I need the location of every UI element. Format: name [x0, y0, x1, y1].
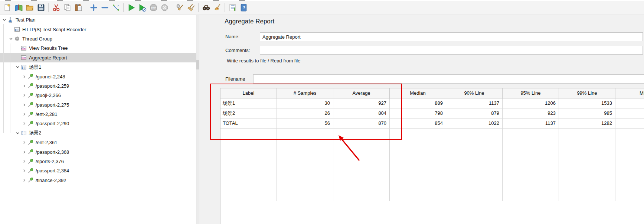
- chevron-right-icon[interactable]: [21, 169, 27, 173]
- tree-item[interactable]: 场景1: [0, 62, 196, 72]
- chevron-right-icon[interactable]: [21, 140, 27, 145]
- cut-button[interactable]: [51, 3, 61, 13]
- empty-grid-cell: [559, 129, 615, 201]
- thread-group-icon: [14, 36, 21, 42]
- tree-item[interactable]: /guonei-2,248: [0, 72, 196, 81]
- sampler-icon: [27, 121, 34, 127]
- menu-text-remnant: [31, 0, 37, 1]
- function-helper-button[interactable]: [227, 3, 238, 13]
- table-cell: 879: [446, 108, 503, 118]
- toggle-button[interactable]: [111, 3, 121, 13]
- chevron-right-icon[interactable]: [21, 159, 27, 164]
- menu-text-remnant: [213, 0, 219, 1]
- empty-grid-cell: [446, 129, 503, 201]
- panel-splitter[interactable]: [196, 15, 199, 224]
- name-input[interactable]: [260, 32, 643, 41]
- tree-item-label: /passport-2,290: [34, 121, 69, 126]
- column-header[interactable]: Label: [220, 88, 277, 98]
- empty-grid-cell: [333, 129, 390, 201]
- chevron-down-icon[interactable]: [14, 131, 21, 135]
- chevron-down-icon[interactable]: [1, 18, 7, 22]
- table-cell: 30: [277, 98, 333, 108]
- templates-icon: [14, 3, 23, 12]
- expand-all-button[interactable]: [88, 3, 99, 13]
- tree-item-label: Aggregate Report: [27, 55, 67, 61]
- column-header[interactable]: Average: [333, 88, 390, 98]
- stop-button[interactable]: STOP: [148, 3, 158, 13]
- start-button[interactable]: [126, 3, 136, 13]
- copy-icon: [63, 3, 72, 12]
- chevron-right-icon[interactable]: [21, 84, 27, 88]
- tree-item[interactable]: /finance-2,392: [0, 176, 196, 185]
- chevron-right-icon[interactable]: [21, 150, 27, 154]
- chevron-right-icon[interactable]: [21, 121, 27, 126]
- column-header[interactable]: Median: [390, 88, 446, 98]
- column-header[interactable]: # Samples: [277, 88, 333, 98]
- chevron-right-icon[interactable]: [21, 112, 27, 117]
- search-icon: [202, 3, 210, 12]
- save-button[interactable]: [36, 3, 46, 13]
- column-header[interactable]: 95% Line: [503, 88, 559, 98]
- tree-item[interactable]: /passport-2,368: [0, 147, 196, 156]
- chevron-down-icon[interactable]: [7, 36, 14, 41]
- tree-item-label: /ent-2,281: [34, 111, 58, 117]
- table-row[interactable]: 场景226804798879923985: [220, 108, 644, 119]
- save-icon: [37, 3, 45, 12]
- open-file-icon: [26, 3, 34, 12]
- start-no-pauses-button[interactable]: [137, 3, 147, 13]
- tree-item[interactable]: /passport-2,259: [0, 81, 196, 91]
- tree-item[interactable]: /sports-2,376: [0, 157, 196, 166]
- tree-item-label: /ent-2,361: [34, 140, 58, 145]
- table-cell: 854: [390, 119, 446, 128]
- tree-item[interactable]: Thread Group: [0, 34, 196, 43]
- clear-button[interactable]: [174, 3, 185, 13]
- table-row[interactable]: TOTAL56870854102211371282: [220, 119, 644, 129]
- table-cell: 923: [503, 108, 559, 118]
- new-file-button[interactable]: [2, 3, 13, 13]
- table-cell: 26: [277, 108, 333, 118]
- table-row[interactable]: 场景130927889113712061533: [220, 98, 644, 108]
- table-cell: 985: [559, 108, 615, 118]
- open-file-button[interactable]: [24, 3, 35, 13]
- comments-input[interactable]: [260, 46, 643, 55]
- tree-item[interactable]: /ent-2,281: [0, 110, 196, 119]
- tree-item[interactable]: /passport-2,290: [0, 119, 196, 128]
- templates-button[interactable]: [13, 3, 24, 13]
- search-reset-button[interactable]: [212, 3, 222, 13]
- filename-input[interactable]: [253, 74, 644, 84]
- help-button[interactable]: ?: [238, 3, 249, 13]
- table-cell: [615, 108, 644, 118]
- sampler-icon: [27, 168, 34, 174]
- chevron-right-icon[interactable]: [21, 74, 27, 79]
- chevron-down-icon[interactable]: [14, 65, 21, 69]
- tree-item[interactable]: Aggregate Report: [0, 53, 196, 62]
- chevron-right-icon[interactable]: [21, 93, 27, 98]
- tree-item[interactable]: 场景2: [0, 129, 196, 138]
- sampler-icon: [27, 92, 34, 98]
- tree-item[interactable]: Test Plan: [0, 15, 196, 25]
- tree-item-label: /passport-2,275: [34, 102, 69, 108]
- sampler-icon: [27, 111, 34, 117]
- splitter-grip[interactable]: [196, 60, 199, 69]
- chevron-right-icon[interactable]: [21, 178, 27, 182]
- tree-item[interactable]: /guoji-2,266: [0, 91, 196, 100]
- copy-button[interactable]: [62, 3, 72, 13]
- search-button[interactable]: [201, 3, 211, 13]
- collapse-all-button[interactable]: [99, 3, 110, 13]
- clear-all-button[interactable]: [186, 3, 196, 13]
- paste-button[interactable]: [73, 3, 84, 13]
- comments-label: Comments:: [225, 48, 250, 53]
- chevron-right-icon[interactable]: [21, 103, 27, 107]
- column-header[interactable]: 90% Line: [446, 88, 503, 98]
- tree-item[interactable]: /passport-2,384: [0, 166, 196, 175]
- tree-item[interactable]: View Results Tree: [0, 43, 196, 53]
- shutdown-button[interactable]: [159, 3, 170, 13]
- column-header[interactable]: Min: [615, 88, 644, 98]
- column-header[interactable]: 99% Line: [559, 88, 615, 98]
- test-plan-tree[interactable]: Test PlanHTTP(S) Test Script RecorderThr…: [0, 15, 196, 224]
- tree-item[interactable]: /passport-2,275: [0, 100, 196, 110]
- tree-item-label: /guonei-2,248: [34, 74, 65, 79]
- tree-item[interactable]: HTTP(S) Test Script Recorder: [0, 25, 196, 34]
- start-no-pauses-icon: [138, 3, 147, 12]
- tree-item[interactable]: /ent-2,361: [0, 138, 196, 147]
